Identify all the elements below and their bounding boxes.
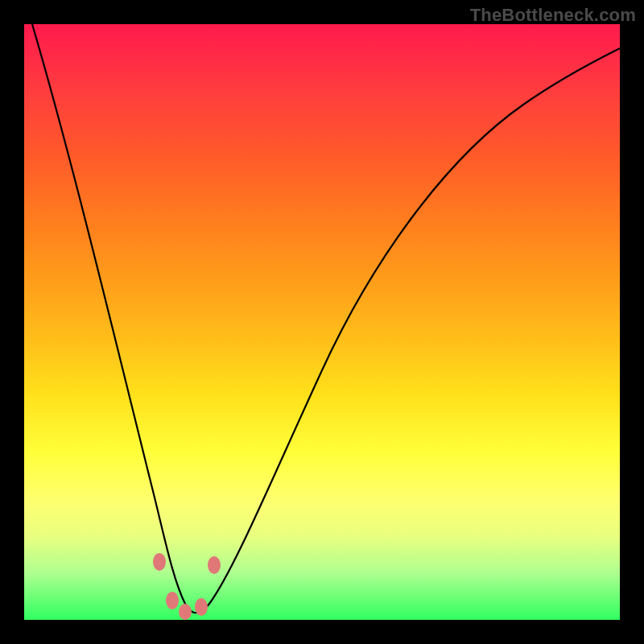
- curve-marker: [208, 556, 221, 574]
- watermark-text: TheBottleneck.com: [470, 5, 636, 26]
- curve-marker: [166, 592, 179, 609]
- curve-marker: [153, 553, 166, 571]
- bottleneck-curve: [32, 24, 620, 613]
- chart-plot-area: [24, 24, 620, 620]
- bottleneck-curve-svg: [24, 24, 620, 620]
- curve-marker: [179, 604, 192, 620]
- curve-marker: [195, 598, 208, 616]
